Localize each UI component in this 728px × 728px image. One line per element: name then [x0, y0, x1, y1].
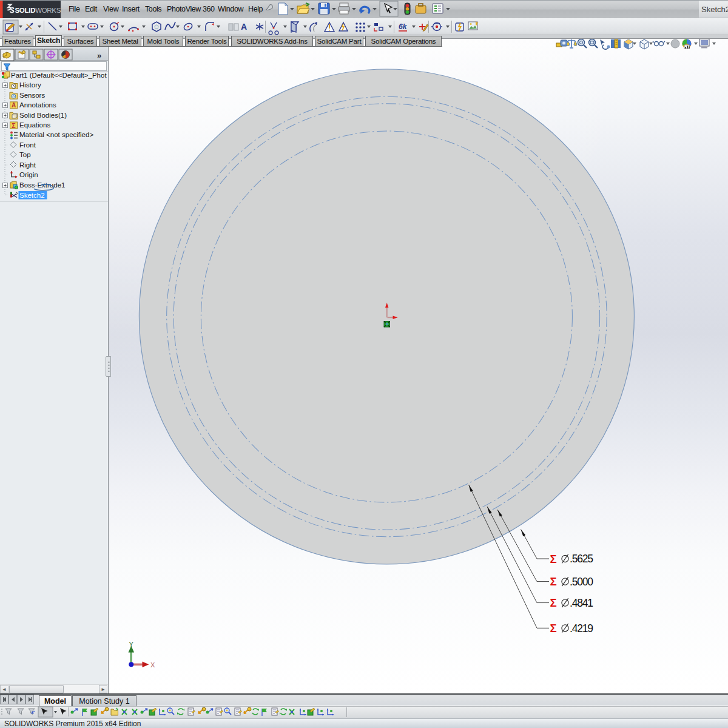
svg-text:»: »	[97, 51, 101, 60]
svg-text:.5625: .5625	[570, 553, 593, 565]
svg-text:Equations: Equations	[19, 121, 50, 129]
svg-text:Σ: Σ	[550, 575, 557, 588]
svg-text:Origin: Origin	[19, 171, 38, 178]
svg-text:Σ: Σ	[550, 622, 557, 635]
svg-text:Solid Bodies(1): Solid Bodies(1)	[19, 112, 67, 119]
svg-text:SOLIDWORKS: SOLIDWORKS	[15, 7, 61, 14]
svg-text:Right: Right	[19, 161, 36, 169]
svg-text:A: A	[241, 22, 247, 32]
svg-text:Part1 (Default<<Default>_Phot: Part1 (Default<<Default>_Phot	[11, 72, 107, 79]
svg-text:Top: Top	[19, 151, 31, 158]
svg-text:Annotations: Annotations	[19, 101, 56, 109]
svg-text:Σ: Σ	[550, 553, 557, 565]
svg-text:A: A	[12, 102, 16, 109]
svg-text:X: X	[150, 661, 155, 669]
svg-text:Y: Y	[129, 641, 134, 648]
svg-text:Σ: Σ	[12, 122, 15, 129]
svg-text:Sketch2: Sketch2	[19, 192, 45, 199]
svg-text:6k: 6k	[399, 22, 408, 31]
svg-text:.4841: .4841	[570, 597, 593, 609]
svg-text:Front: Front	[19, 141, 36, 149]
svg-text:Material <not specified>: Material <not specified>	[19, 131, 93, 138]
svg-text:.4219: .4219	[570, 622, 593, 635]
svg-text:Σ: Σ	[550, 596, 557, 609]
svg-text:.5000: .5000	[570, 576, 593, 588]
svg-text:Sensors: Sensors	[19, 92, 45, 99]
svg-text:History: History	[19, 81, 41, 89]
